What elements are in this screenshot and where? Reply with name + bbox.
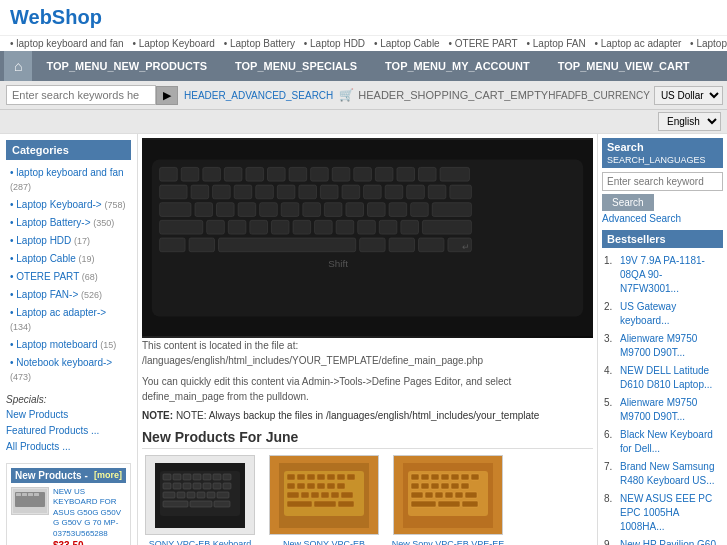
nav-view-cart[interactable]: TOP_MENU_VIEW_CART xyxy=(544,52,704,80)
svg-rect-63 xyxy=(218,238,355,252)
ticker-item-4[interactable]: Laptop Cable xyxy=(380,38,440,49)
ticker-item-0[interactable]: laptop keyboard and fan xyxy=(16,38,123,49)
svg-rect-108 xyxy=(327,483,335,489)
svg-rect-44 xyxy=(346,203,364,217)
rs-bestseller-5[interactable]: 6. Black New Keyboard for Dell... xyxy=(602,426,723,458)
sidebar-item-1[interactable]: • Laptop Keyboard-> (758) xyxy=(6,196,131,214)
rs-bestseller-1[interactable]: 2. US Gateway keyboard... xyxy=(602,298,723,330)
svg-rect-78 xyxy=(223,474,231,480)
rs-search-button[interactable]: Search xyxy=(602,194,654,211)
svg-rect-43 xyxy=(324,203,342,217)
ticker-item-1[interactable]: Laptop Keyboard xyxy=(139,38,215,49)
products-grid: SONY VPC-EB Keyboard Tecledo Latin Black… xyxy=(142,455,593,545)
search-input-top[interactable] xyxy=(6,85,156,105)
svg-rect-79 xyxy=(163,483,171,489)
product-name-2[interactable]: New Sony VPC-EB VPE-EE Japanese Keyboard… xyxy=(390,539,506,545)
product-name-1[interactable]: New SONY VPC-EB Keyboard UK Black Frame … xyxy=(266,539,382,545)
ticker-item-5[interactable]: OTERE PART xyxy=(455,38,518,49)
svg-rect-74 xyxy=(183,474,191,480)
left-sidebar: Categories • laptop keyboard and fan (28… xyxy=(0,134,138,545)
svg-rect-83 xyxy=(203,483,211,489)
svg-rect-64 xyxy=(360,238,385,252)
nav-new-products[interactable]: TOP_MENU_NEW_PRODUCTS xyxy=(32,52,221,80)
sidebar-item-5[interactable]: • OTERE PART (68) xyxy=(6,268,131,286)
svg-rect-8 xyxy=(160,167,178,181)
svg-rect-47 xyxy=(411,203,429,217)
svg-rect-142 xyxy=(462,501,478,507)
rs-advanced-search-link[interactable]: Advanced Search xyxy=(602,213,723,224)
product-name-0[interactable]: SONY VPC-EB Keyboard Tecledo Latin Black… xyxy=(142,539,258,545)
svg-rect-107 xyxy=(317,483,325,489)
home-button[interactable]: ⌂ xyxy=(4,51,32,81)
svg-rect-73 xyxy=(173,474,181,480)
advanced-search-link[interactable]: HEADER_ADVANCED_SEARCH xyxy=(178,88,339,103)
ticker-item-6[interactable]: Laptop FAN xyxy=(533,38,586,49)
svg-rect-60 xyxy=(422,220,471,234)
specials-new-products[interactable]: New Products xyxy=(6,407,131,423)
currency-select[interactable]: US Dollar EUR GBP xyxy=(654,86,723,105)
svg-rect-61 xyxy=(160,238,185,252)
svg-rect-37 xyxy=(195,203,213,217)
svg-rect-118 xyxy=(338,501,354,507)
svg-rect-2 xyxy=(16,493,21,496)
svg-rect-12 xyxy=(246,167,264,181)
svg-rect-57 xyxy=(358,220,376,234)
ticker-item-2[interactable]: Laptop Battery xyxy=(230,38,295,49)
ticker-item-7[interactable]: Laptop ac adapter xyxy=(601,38,682,49)
svg-rect-30 xyxy=(342,185,360,199)
svg-rect-46 xyxy=(389,203,407,217)
language-select[interactable]: English xyxy=(658,112,721,131)
svg-rect-27 xyxy=(277,185,295,199)
svg-rect-62 xyxy=(189,238,214,252)
sidebar-item-4[interactable]: • Laptop Cable (19) xyxy=(6,250,131,268)
rs-search-input[interactable] xyxy=(602,172,723,191)
sidebar-item-9[interactable]: • Notebook keyboard-> (473) xyxy=(6,354,131,386)
sidebar-specials: Specials: New Products Featured Products… xyxy=(6,394,131,455)
rs-search-lang-label: SEARCH_LANGUAGES xyxy=(607,155,706,165)
nav-specials[interactable]: TOP_MENU_SPECIALS xyxy=(221,52,371,80)
rs-bestseller-7[interactable]: 8. NEW ASUS EEE PC EPC 1005HA 1008HA... xyxy=(602,490,723,536)
svg-rect-128 xyxy=(411,483,419,489)
svg-rect-129 xyxy=(421,483,429,489)
new-product-name[interactable]: NEW US KEYBOARD FOR ASUS G50G G50V G G50… xyxy=(53,487,126,539)
svg-rect-18 xyxy=(375,167,393,181)
svg-rect-15 xyxy=(311,167,329,181)
rs-bestsellers-title: Bestsellers xyxy=(602,230,723,248)
svg-rect-136 xyxy=(435,492,443,498)
svg-rect-65 xyxy=(389,238,414,252)
rs-bestseller-3[interactable]: 4. NEW DELL Latitude D610 D810 Laptop... xyxy=(602,362,723,394)
svg-rect-115 xyxy=(341,492,353,498)
rs-bestseller-0[interactable]: 1. 19V 7.9A PA-1181-08QA 90-N7FW3001... xyxy=(602,252,723,298)
ticker-item-3[interactable]: Laptop HDD xyxy=(310,38,365,49)
ticker-bullet: • xyxy=(594,38,598,49)
specials-all[interactable]: All Products ... xyxy=(6,439,131,455)
new-products-more[interactable]: [more] xyxy=(94,470,122,481)
svg-rect-20 xyxy=(418,167,436,181)
sidebar-item-7[interactable]: • Laptop ac adapter-> (134) xyxy=(6,304,131,336)
sidebar-item-2[interactable]: • Laptop Battery-> (350) xyxy=(6,214,131,232)
search-button-top[interactable]: ▶ xyxy=(156,86,178,105)
svg-rect-31 xyxy=(364,185,382,199)
specials-featured[interactable]: Featured Products ... xyxy=(6,423,131,439)
svg-rect-34 xyxy=(428,185,446,199)
toolbar: ▶ HEADER_ADVANCED_SEARCH 🛒 HEADER_SHOPPI… xyxy=(0,81,727,110)
currency-label: HFADFB_CURRENCY xyxy=(548,90,650,101)
sidebar-item-0[interactable]: • laptop keyboard and fan (287) xyxy=(6,164,131,196)
rs-bestseller-8[interactable]: 9. New HP Pavilion G60 Presario... xyxy=(602,536,723,545)
svg-rect-125 xyxy=(451,474,459,480)
nav-my-account[interactable]: TOP_MENU_MY_ACCOUNT xyxy=(371,52,544,80)
rs-bestseller-6[interactable]: 7. Brand New Samsung R480 Keyboard US... xyxy=(602,458,723,490)
ticker-bullet: • xyxy=(10,38,14,49)
rs-bestseller-4[interactable]: 5. Alienware M9750 M9700 D90T... xyxy=(602,394,723,426)
sidebar-item-3[interactable]: • Laptop HDD (17) xyxy=(6,232,131,250)
rs-bestseller-2[interactable]: 3. Alienware M9750 M9700 D90T... xyxy=(602,330,723,362)
svg-rect-36 xyxy=(160,203,191,217)
ticker-item-8[interactable]: Laptop motebook xyxy=(696,38,727,49)
sidebar-item-8[interactable]: • Laptop moteboard (15) xyxy=(6,336,131,354)
sidebar-item-6[interactable]: • Laptop FAN-> (526) xyxy=(6,286,131,304)
content-note-text: NOTE: NOTE: Always backup the files in /… xyxy=(142,410,593,421)
svg-rect-102 xyxy=(337,474,345,480)
svg-rect-82 xyxy=(193,483,201,489)
ticker-bullet: • xyxy=(374,38,378,49)
svg-rect-123 xyxy=(431,474,439,480)
